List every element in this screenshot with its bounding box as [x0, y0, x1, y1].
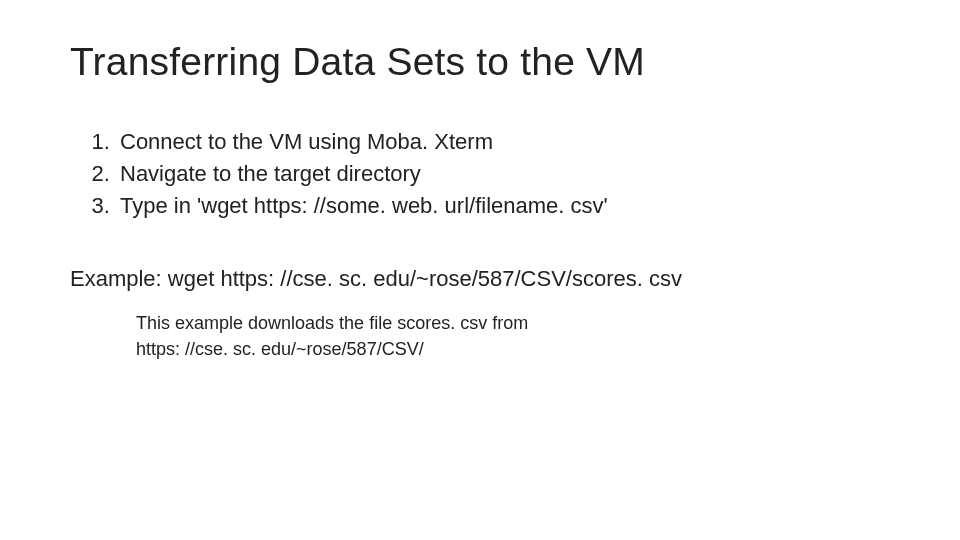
example-line: Example: wget https: //cse. sc. edu/~ros… — [70, 266, 890, 292]
slide: Transferring Data Sets to the VM Connect… — [0, 0, 960, 540]
step-item: Navigate to the target directory — [116, 158, 890, 190]
note-line-1: This example downloads the file scores. … — [136, 313, 528, 333]
slide-title: Transferring Data Sets to the VM — [70, 40, 890, 84]
example-note: This example downloads the file scores. … — [136, 310, 890, 362]
steps-list: Connect to the VM using Moba. Xterm Navi… — [70, 126, 890, 222]
step-item: Connect to the VM using Moba. Xterm — [116, 126, 890, 158]
step-item: Type in 'wget https: //some. web. url/fi… — [116, 190, 890, 222]
note-line-2: https: //cse. sc. edu/~rose/587/CSV/ — [136, 339, 424, 359]
